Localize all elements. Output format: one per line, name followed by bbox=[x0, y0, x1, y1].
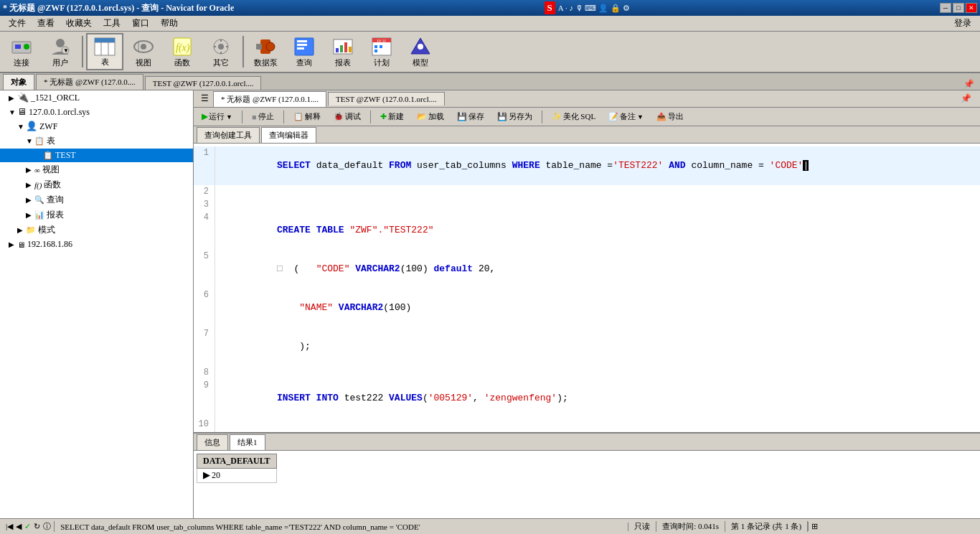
toolbar-func[interactable]: f(x) 函数 bbox=[164, 33, 201, 70]
toolbar-model[interactable]: 模型 bbox=[402, 33, 439, 70]
result-value: 20 bbox=[212, 470, 220, 480]
tab-object[interactable]: 对象 bbox=[3, 74, 34, 90]
connection-icon: 🔌 bbox=[17, 92, 29, 103]
line-num-7: 7 bbox=[194, 327, 215, 366]
sidebar-item-table[interactable]: ▼ 📋 表 bbox=[0, 134, 193, 149]
close-button[interactable]: ✕ bbox=[966, 3, 977, 13]
beautify-button[interactable]: ✨ 美化 SQL bbox=[547, 110, 601, 123]
toolbar-datapump[interactable]: 数据泵 bbox=[247, 33, 284, 70]
toolbar-view[interactable]: 视图 bbox=[125, 33, 162, 70]
tree-arrow10: ▶ bbox=[17, 226, 26, 234]
qtab-test[interactable]: TEST @ZWF (127.0.0.1.orcl.... bbox=[328, 92, 445, 106]
line-num-2: 2 bbox=[194, 185, 215, 198]
toolbar-user[interactable]: ▼ 用户 bbox=[42, 33, 79, 70]
explain-button[interactable]: 📋 解释 bbox=[288, 110, 326, 123]
sidebar-item-zwf[interactable]: ▼ 👤 ZWF bbox=[0, 119, 193, 134]
toolbar-other[interactable]: 其它 bbox=[202, 33, 240, 70]
nav-prev[interactable]: ◀ bbox=[16, 522, 22, 531]
hamburger-menu[interactable]: ☰ bbox=[197, 93, 213, 104]
nav-check[interactable]: ✓ bbox=[24, 522, 31, 531]
svg-rect-10 bbox=[95, 38, 115, 42]
schema-icon: 📁 bbox=[26, 225, 36, 235]
toolbar-plan[interactable]: 10 11 计划 bbox=[363, 33, 400, 70]
sidebar-label: _1521_ORCL bbox=[31, 93, 80, 103]
qt-sep4 bbox=[542, 111, 542, 123]
nav-info[interactable]: ⓘ bbox=[43, 521, 51, 532]
menu-help[interactable]: 帮助 bbox=[155, 16, 184, 31]
sidebar-label9: 报表 bbox=[47, 209, 64, 221]
svg-rect-32 bbox=[344, 42, 347, 52]
new-button[interactable]: ✚ 新建 bbox=[375, 110, 409, 123]
svg-rect-33 bbox=[349, 47, 352, 52]
minimize-button[interactable]: ─ bbox=[940, 3, 951, 13]
sidebar-item-view[interactable]: ▶ ∞ 视图 bbox=[0, 162, 193, 177]
export-label: 导出 bbox=[668, 111, 684, 122]
load-button[interactable]: 📂 加载 bbox=[412, 110, 449, 123]
run-button[interactable]: ▶ 运行 ▼ bbox=[197, 110, 237, 123]
line-num-10: 10 bbox=[194, 418, 215, 432]
func-tree-icon: f() bbox=[34, 181, 42, 189]
toolbar-report[interactable]: 报表 bbox=[324, 33, 362, 70]
svg-rect-27 bbox=[297, 44, 307, 46]
menu-favorites[interactable]: 收藏夹 bbox=[60, 16, 98, 31]
comment-icon: 📝 bbox=[608, 112, 618, 121]
menu-window[interactable]: 窗口 bbox=[126, 16, 155, 31]
tree-arrow4: ▼ bbox=[26, 137, 34, 145]
menu-view[interactable]: 查看 bbox=[32, 16, 60, 31]
saveas-icon: 💾 bbox=[497, 112, 507, 121]
comment-button[interactable]: 📝 备注 ▼ bbox=[603, 110, 649, 123]
code-line-1: 1 SELECT data_default FROM user_tab_colu… bbox=[194, 146, 980, 185]
rtab-info[interactable]: 信息 bbox=[197, 434, 228, 450]
code-line-3: 3 bbox=[194, 198, 980, 211]
code-line-10: 10 INSERT INTO test222 (name) VALUES('ze… bbox=[194, 418, 980, 432]
sidebar-item-func[interactable]: ▶ f() 函数 bbox=[0, 177, 193, 192]
sidebar-item-test[interactable]: 📋 TEST bbox=[0, 149, 193, 162]
tab-test[interactable]: TEST @ZWF (127.0.0.1.orcl.... bbox=[145, 76, 262, 90]
line-content-7: ); bbox=[221, 327, 980, 366]
corner-button[interactable]: 📌 bbox=[961, 79, 977, 90]
view-tree-icon: ∞ bbox=[34, 166, 40, 174]
qt-sep2 bbox=[283, 111, 284, 123]
sidebar-item-127[interactable]: ▼ 🖥 127.0.0.1.orcl.sys bbox=[0, 105, 193, 119]
toolbar-connect[interactable]: 连接 bbox=[3, 33, 40, 70]
tree-arrow11: ▶ bbox=[9, 240, 17, 248]
tree-arrow7: ▶ bbox=[26, 181, 34, 189]
win-controls[interactable]: ─ □ ✕ bbox=[940, 3, 977, 13]
saveas-button[interactable]: 💾 另存为 bbox=[492, 110, 537, 123]
nav-first[interactable]: |◀ bbox=[6, 522, 13, 531]
toolbar-table[interactable]: 表 bbox=[86, 33, 123, 70]
line-num-8: 8 bbox=[194, 366, 215, 379]
sidebar-item-report[interactable]: ▶ 📊 报表 bbox=[0, 207, 193, 222]
export-button[interactable]: 📤 导出 bbox=[651, 110, 689, 123]
stop-button[interactable]: ■ 停止 bbox=[247, 110, 279, 123]
tab-untitled[interactable]: * 无标题 @ZWF (127.0.0.... bbox=[36, 74, 143, 90]
qtab-untitled[interactable]: * 无标题 @ZWF (127.0.0.1.... bbox=[213, 91, 326, 107]
sidebar-item-192[interactable]: ▶ 🖥 192.168.1.86 bbox=[0, 238, 193, 251]
comment-label: 备注 bbox=[620, 111, 636, 122]
line-num-4: 4 bbox=[194, 211, 215, 250]
qtab-label1: * 无标题 @ZWF (127.0.0.1.... bbox=[221, 95, 319, 103]
sidebar-item-schema[interactable]: ▶ 📁 模式 bbox=[0, 222, 193, 238]
debug-button[interactable]: 🐞 调试 bbox=[329, 110, 366, 123]
stab-creator[interactable]: 查询创建工具 bbox=[197, 127, 260, 143]
stab-editor[interactable]: 查询编辑器 bbox=[261, 127, 316, 143]
menu-tools[interactable]: 工具 bbox=[98, 16, 126, 31]
save-button[interactable]: 💾 保存 bbox=[452, 110, 489, 123]
menu-file[interactable]: 文件 bbox=[3, 16, 32, 31]
nav-refresh[interactable]: ↻ bbox=[34, 522, 40, 531]
maximize-button[interactable]: □ bbox=[953, 3, 964, 13]
grid-view-button[interactable]: ⊞ bbox=[808, 522, 821, 531]
svg-point-3 bbox=[56, 39, 65, 47]
sidebar-item-query[interactable]: ▶ 🔍 查询 bbox=[0, 192, 193, 207]
rtab-result1[interactable]: 结果1 bbox=[230, 434, 265, 450]
main-area: ▶ 🔌 _1521_ORCL ▼ 🖥 127.0.0.1.orcl.sys ▼ … bbox=[0, 90, 980, 518]
load-icon: 📂 bbox=[417, 112, 427, 121]
sql-editor[interactable]: 1 SELECT data_default FROM user_tab_colu… bbox=[194, 144, 980, 432]
pin-button[interactable]: 📌 bbox=[955, 93, 977, 104]
sidebar-item-1521[interactable]: ▶ 🔌 _1521_ORCL bbox=[0, 90, 193, 105]
toolbar-query[interactable]: 查询 bbox=[286, 33, 323, 70]
code-line-9: 9 INSERT INTO test222 VALUES('005129', '… bbox=[194, 379, 980, 418]
toolbar-other-label: 其它 bbox=[213, 57, 229, 68]
sidebar-label10: 模式 bbox=[38, 224, 55, 236]
result-cell: ▶ 20 bbox=[197, 469, 277, 483]
